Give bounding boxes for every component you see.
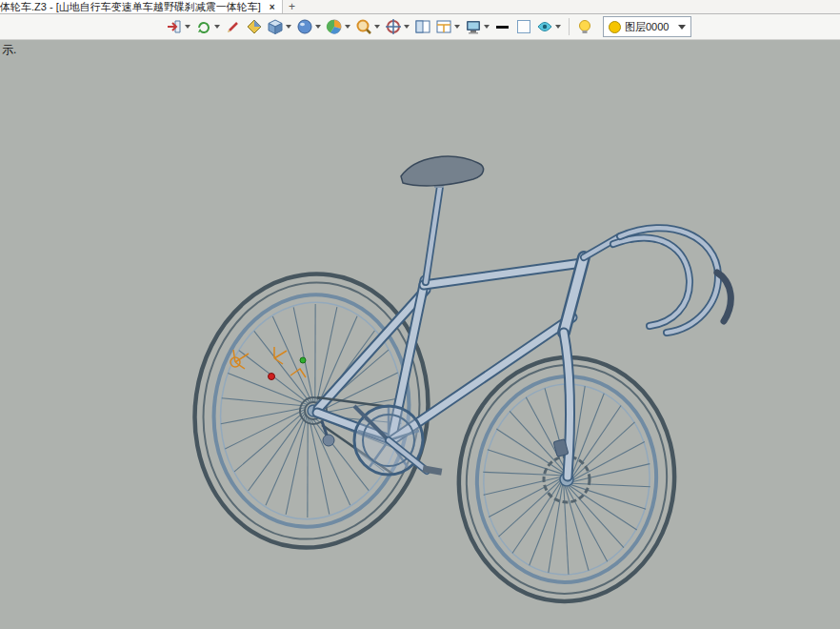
- dropdown-caret: [214, 25, 220, 29]
- origin-point-red[interactable]: [269, 374, 275, 380]
- dropdown-caret: [185, 25, 190, 29]
- new-tab-button[interactable]: +: [283, 0, 302, 13]
- display-settings-button[interactable]: [464, 16, 491, 37]
- layer-color-swatch: [609, 21, 621, 33]
- window-pane-icon: [414, 18, 431, 35]
- line-width-icon: [494, 18, 511, 35]
- dropdown-caret: [345, 25, 350, 29]
- bicycle-model[interactable]: [0, 40, 840, 629]
- dropdown-caret: [484, 25, 490, 29]
- solid-display-button[interactable]: [266, 16, 293, 37]
- drivetrain[interactable]: [317, 397, 442, 476]
- annotate-pen-icon: [225, 18, 242, 35]
- view-eye-icon: [536, 18, 553, 35]
- tab-close-icon[interactable]: ×: [267, 2, 278, 12]
- document-tabbar: 体轮车.Z3 - [山地自行车变速单车越野碟刹减震一体轮车] × +: [0, 0, 840, 14]
- dropdown-caret: [555, 25, 561, 29]
- window-layout-button[interactable]: [434, 16, 462, 37]
- handlebar[interactable]: [613, 228, 730, 333]
- display-monitor-icon: [465, 18, 482, 35]
- rear-derailleur: [323, 435, 334, 446]
- section-pie-icon: [326, 18, 343, 35]
- background-color-button[interactable]: [514, 16, 533, 37]
- layer-combo[interactable]: 图层0000: [603, 16, 691, 37]
- document-tab-title: 体轮车.Z3 - [山地自行车变速单车越野碟刹减震一体轮车]: [0, 0, 261, 14]
- solid-cube-icon: [267, 18, 284, 35]
- background-color-icon: [515, 18, 532, 35]
- line-width-button[interactable]: [493, 16, 512, 37]
- zoom-button[interactable]: [354, 16, 382, 37]
- import-icon: [166, 18, 183, 35]
- viewport-3d[interactable]: 示.: [0, 40, 840, 629]
- view-toolbar: 图层0000: [0, 14, 840, 40]
- section-view-button[interactable]: [325, 16, 352, 37]
- annotate-pen-button[interactable]: [224, 16, 243, 37]
- zoom-icon: [355, 18, 372, 35]
- document-tab[interactable]: 体轮车.Z3 - [山地自行车变速单车越野碟刹减震一体轮车] ×: [0, 0, 283, 13]
- import-button[interactable]: [165, 16, 192, 37]
- dropdown-caret: [315, 25, 321, 29]
- layer-combo-value: 图层0000: [625, 20, 669, 34]
- saddle[interactable]: [401, 156, 484, 188]
- datum-diamond-icon: [246, 18, 263, 35]
- datum-point-green[interactable]: [300, 357, 306, 363]
- window-pane-button[interactable]: [413, 16, 432, 37]
- toolbar-separator: [569, 18, 570, 35]
- dropdown-caret: [404, 25, 410, 29]
- dropdown-caret: [454, 25, 460, 29]
- layer-combo-caret[interactable]: [678, 25, 686, 30]
- dropdown-caret: [286, 25, 291, 29]
- view-orientation-icon: [195, 18, 212, 35]
- datum-button[interactable]: [245, 16, 264, 37]
- window-layout-icon: [435, 18, 452, 35]
- show-hide-button[interactable]: [575, 16, 594, 37]
- dropdown-caret: [374, 25, 380, 29]
- rotate-center-button[interactable]: [384, 16, 411, 37]
- view-orientation-button[interactable]: [194, 16, 222, 37]
- shaded-display-button[interactable]: [295, 16, 323, 37]
- show-hide-bulb-icon: [576, 18, 593, 35]
- view-mode-button[interactable]: [535, 16, 563, 37]
- rotate-target-icon: [385, 18, 402, 35]
- shaded-sphere-icon: [296, 18, 313, 35]
